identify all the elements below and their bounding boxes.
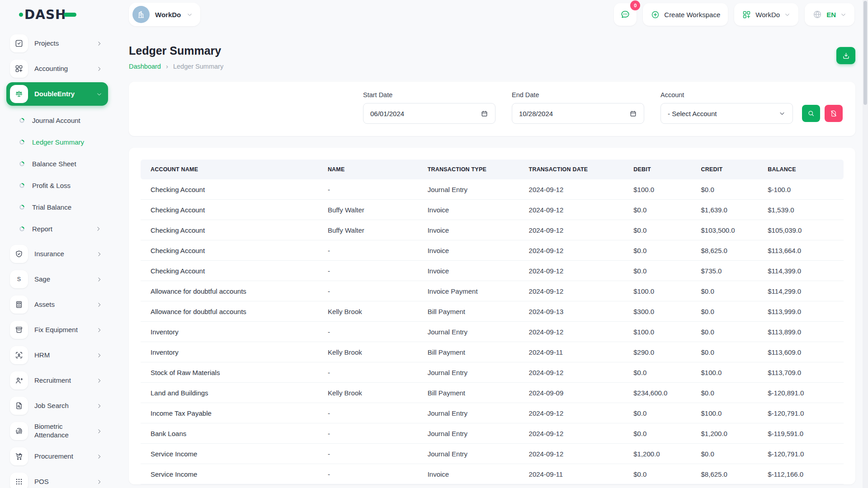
sidebar-item-procurement[interactable]: Procurement [6, 445, 108, 468]
sidebar-item-hrm[interactable]: HRM [6, 343, 108, 367]
create-workspace-label: Create Workspace [664, 11, 720, 19]
chat-icon [620, 9, 631, 20]
cell-balance: $113,664.0 [758, 240, 844, 261]
cell-debit: $0.0 [623, 261, 691, 281]
cell-transaction-type: Journal Entry [418, 423, 519, 444]
cell-name: Kelly Brook [318, 383, 418, 403]
sidebar-item-label: HRM [34, 351, 90, 360]
cell-debit: $290.0 [623, 342, 691, 362]
messages-button[interactable]: 0 [614, 3, 637, 26]
logo-text: DASH [24, 7, 66, 22]
workspace-switcher[interactable]: WorkDo [129, 3, 200, 26]
cell-credit: $100.0 [691, 403, 758, 423]
cell-debit: $0.0 [623, 200, 691, 220]
column-header-account-name: ACCOUNT NAME [141, 160, 318, 179]
cell-name: - [318, 403, 418, 423]
ledger-table: ACCOUNT NAMENAMETRANSACTION TYPETRANSACT… [141, 160, 844, 484]
end-date-input[interactable]: 10/28/2024 [512, 103, 644, 124]
cell-name: Buffy Walter [318, 220, 418, 240]
search-button[interactable] [802, 105, 820, 122]
cell-balance: $113,899.0 [758, 322, 844, 342]
page-head: Ledger Summary Dashboard › Ledger Summar… [129, 44, 855, 70]
reset-filter-button[interactable] [825, 105, 843, 122]
cell-name: - [318, 464, 418, 484]
sidebar-item-insurance[interactable]: Insurance [6, 242, 108, 266]
chevron-down-icon [840, 11, 847, 18]
account-select[interactable]: - Select Account [660, 103, 793, 124]
start-date-input[interactable]: 06/01/2024 [363, 103, 495, 124]
ledger-table-card: ACCOUNT NAMENAMETRANSACTION TYPETRANSACT… [129, 148, 855, 484]
sidebar-item-label: Biometric Attendance [34, 422, 90, 440]
sidebar-item-doubleentry[interactable]: DoubleEntry [6, 82, 108, 106]
cell-transaction-type: Invoice [418, 240, 519, 261]
sidebar-item-biometric-attendance[interactable]: Biometric Attendance [6, 419, 108, 443]
scrollbar[interactable] [863, 0, 868, 488]
cell-balance: $114,299.0 [758, 281, 844, 301]
cell-transaction-type: Invoice Payment [418, 281, 519, 301]
person-plus-icon [10, 371, 28, 389]
workdo-menu-button[interactable]: WorkDo [734, 3, 798, 26]
table-row: Checking AccountBuffy WalterInvoice2024-… [141, 200, 844, 220]
cell-balance: $-120,791.0 [758, 403, 844, 423]
table-row: Checking Account-Journal Entry2024-09-12… [141, 179, 844, 200]
topbar-actions: 0 Create Workspace WorkDo EN [614, 3, 854, 26]
breadcrumb-dashboard-link[interactable]: Dashboard [129, 63, 161, 70]
cell-account-name: Checking Account [141, 220, 318, 240]
sidebar-subitem-balance-sheet[interactable]: Balance Sheet [6, 153, 108, 174]
grid-plus-icon [742, 10, 751, 19]
sidebar-item-label: Job Search [34, 402, 90, 410]
sidebar-item-sage[interactable]: SSage [6, 267, 108, 291]
cell-balance: $114,399.0 [758, 261, 844, 281]
bullet-icon [19, 118, 24, 123]
sidebar-subitem-trial-balance[interactable]: Trial Balance [6, 196, 108, 218]
cell-balance: $-100.0 [758, 179, 844, 200]
bullet-icon [19, 183, 24, 188]
sidebar-subitem-report[interactable]: Report [6, 218, 108, 239]
language-button[interactable]: EN [805, 3, 854, 26]
cell-debit: $234,600.0 [623, 383, 691, 403]
column-header-debit: DEBIT [623, 160, 691, 179]
cell-debit: $0.0 [623, 240, 691, 261]
cell-credit: $8,625.0 [691, 240, 758, 261]
sidebar-item-assets[interactable]: Assets [6, 293, 108, 316]
cell-transaction-date: 2024-09-12 [519, 362, 624, 383]
archive-icon [10, 321, 28, 339]
cell-credit: $0.0 [691, 301, 758, 322]
table-row: Income Tax Payable-Journal Entry2024-09-… [141, 403, 844, 423]
sidebar-item-recruitment[interactable]: Recruitment [6, 369, 108, 392]
scrollbar-thumb[interactable] [863, 1, 867, 105]
table-header-row: ACCOUNT NAMENAMETRANSACTION TYPETRANSACT… [141, 160, 844, 179]
cell-transaction-type: Invoice [418, 261, 519, 281]
table-row: Inventory-Journal Entry2024-09-12$100.0$… [141, 322, 844, 342]
sidebar-item-projects[interactable]: Projects [6, 32, 108, 55]
create-workspace-button[interactable]: Create Workspace [643, 3, 728, 26]
chevron-right-icon [95, 225, 102, 232]
cell-balance: $105,039.0 [758, 220, 844, 240]
download-button[interactable] [836, 47, 855, 64]
sidebar-item-label: DoubleEntry [34, 90, 90, 99]
app-logo[interactable]: DASH [19, 7, 76, 22]
cell-transaction-type: Journal Entry [418, 322, 519, 342]
topbar: DASH WorkDo 0 Create Workspace WorkDo [0, 0, 868, 29]
sidebar-item-fix-equipment[interactable]: Fix Equipment [6, 318, 108, 342]
table-row: Checking AccountBuffy WalterInvoice2024-… [141, 220, 844, 240]
document-search-icon [10, 397, 28, 415]
cell-transaction-date: 2024-09-09 [519, 383, 624, 403]
sidebar-subitem-journal-account[interactable]: Journal Account [6, 109, 108, 131]
cell-transaction-type: Bill Payment [418, 342, 519, 362]
cell-credit: $0.0 [691, 383, 758, 403]
language-label: EN [826, 11, 836, 19]
cell-transaction-type: Journal Entry [418, 444, 519, 464]
cell-name: Buffy Walter [318, 200, 418, 220]
cell-account-name: Income Tax Payable [141, 403, 318, 423]
sidebar-item-accounting[interactable]: Accounting [6, 57, 108, 80]
sidebar-subitem-profit-loss[interactable]: Profit & Loss [6, 174, 108, 196]
sidebar-submenu-doubleentry: Journal AccountLedger SummaryBalance She… [6, 108, 108, 242]
sidebar-item-job-search[interactable]: Job Search [6, 394, 108, 418]
sidebar-subitem-ledger-summary[interactable]: Ledger Summary [6, 131, 108, 153]
fingerprint-icon [10, 422, 28, 440]
sidebar-item-pos[interactable]: POS [6, 470, 108, 488]
sidebar-subitem-label: Balance Sheet [32, 160, 102, 168]
main-content: Ledger Summary Dashboard › Ledger Summar… [115, 29, 868, 488]
sidebar-subitem-label: Trial Balance [32, 203, 102, 211]
